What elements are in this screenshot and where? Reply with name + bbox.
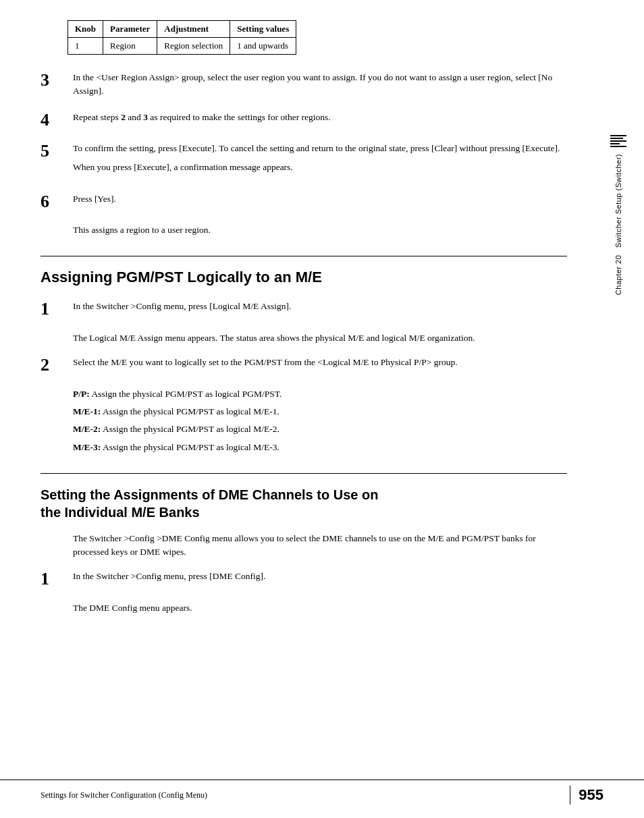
step-6: 6 Press [Yes]. (41, 192, 567, 212)
section2-step-1-sub-text: The DME Config menu appears. (73, 601, 567, 615)
section2-step-1: 1 In the Switcher >Config menu, press [D… (41, 570, 567, 589)
step-6-text-main: Press [Yes]. (73, 192, 567, 206)
bullet-me3-text: Assign the physical PGM/PST as logical M… (101, 442, 279, 452)
step-4-bold2: 3 (143, 112, 148, 122)
section2-heading: Setting the Assignments of DME Channels … (41, 486, 567, 521)
sidebar-subtitle: Switcher Setup (Switcher) (614, 154, 622, 248)
section1-heading: Assigning PGM/PST Logically to an M/E (41, 269, 567, 286)
table-area: Knob Parameter Adjustment Setting values… (41, 20, 567, 55)
table-header-knob: Knob (68, 21, 103, 38)
bullet-me2-text: Assign the physical PGM/PST as logical M… (101, 424, 279, 434)
step-4-text-mid: and (126, 112, 143, 122)
section1-separator (41, 256, 567, 256)
bullet-me3-bold: M/E-3: (73, 442, 101, 452)
bullet-me3: M/E-3: Assign the physical PGM/PST as lo… (73, 441, 567, 454)
bullet-pp: P/P: Assign the physical PGM/PST as logi… (73, 387, 567, 401)
step-4-bold1: 2 (121, 112, 126, 122)
sidebar-right: Chapter 20 Switcher Setup (Switcher) (608, 0, 629, 818)
section1-step-1-sub: The Logical M/E Assign menu appears. The… (73, 331, 567, 345)
table-header-parameter: Parameter (103, 21, 157, 38)
step-3-content: In the <User Region Assign> group, selec… (73, 71, 567, 99)
step-4-number: 4 (41, 111, 73, 130)
section2-step-1-sub: The DME Config menu appears. (73, 601, 567, 615)
section1-step-2-content: Select the M/E you want to logically set… (73, 356, 567, 375)
step-4-text-before: Repeat steps (73, 112, 121, 122)
section1-step-1-number: 1 (41, 300, 73, 319)
section1-step-2-number: 2 (41, 356, 73, 375)
step-5-text-sub: When you press [Execute], a confirmation… (73, 161, 567, 174)
table-cell-knob: 1 (68, 38, 103, 55)
bullet-me2-bold: M/E-2: (73, 424, 101, 434)
step-5-number: 5 (41, 142, 73, 161)
section2-intro: The Switcher >Config >DME Config menu al… (73, 532, 567, 560)
section1-step-1-sub-text: The Logical M/E Assign menu appears. The… (73, 331, 567, 345)
section1-step-1: 1 In the Switcher >Config menu, press [L… (41, 300, 567, 319)
table-header-setting-values: Setting values (230, 21, 296, 38)
footer-left-text: Settings for Switcher Configuration (Con… (41, 790, 562, 800)
section2-step-1-number: 1 (41, 570, 73, 589)
section2-separator (41, 473, 567, 474)
bullet-pp-text: Assign the physical PGM/PST as logical P… (90, 389, 282, 399)
section2-heading-line1: Setting the Assignments of DME Channels … (41, 487, 378, 502)
step-3: 3 In the <User Region Assign> group, sel… (41, 71, 567, 99)
bullet-me2: M/E-2: Assign the physical PGM/PST as lo… (73, 422, 567, 436)
section2-heading-line2: the Individual M/E Banks (41, 505, 200, 520)
step-4: 4 Repeat steps 2 and 3 as required to ma… (41, 111, 567, 130)
sidebar-lines (610, 135, 626, 148)
bullet-pp-bold: P/P: (73, 389, 90, 399)
step-3-text: In the <User Region Assign> group, selec… (73, 72, 552, 96)
step-3-number: 3 (41, 71, 73, 90)
footer-page-number: 955 (579, 786, 603, 804)
page-footer: Settings for Switcher Configuration (Con… (0, 780, 644, 805)
bullet-me1: M/E-1: Assign the physical PGM/PST as lo… (73, 405, 567, 418)
section2-step-1-content: In the Switcher >Config menu, press [DME… (73, 570, 567, 589)
step-4-text-after: as required to make the settings for oth… (148, 112, 331, 122)
table-cell-adjustment: Region selection (157, 38, 230, 55)
table-row: 1 Region Region selection 1 and upwards (68, 38, 296, 55)
step-5: 5 To confirm the setting, press [Execute… (41, 142, 567, 180)
section1-step-2-text: Select the M/E you want to logically set… (73, 356, 567, 369)
bullet-me1-bold: M/E-1: (73, 406, 101, 416)
table-cell-parameter: Region (103, 38, 157, 55)
section1-step-1-content: In the Switcher >Config menu, press [Log… (73, 300, 567, 319)
section1-step-1-text: In the Switcher >Config menu, press [Log… (73, 300, 567, 313)
step-6-sub-text: This assigns a region to a user region. (73, 223, 567, 237)
table-cell-setting-values: 1 and upwards (230, 38, 296, 55)
table-header-adjustment: Adjustment (157, 21, 230, 38)
step-5-text-main: To confirm the setting, press [Execute].… (73, 142, 567, 155)
sidebar-chapter: Chapter 20 (614, 255, 622, 295)
step-6-number: 6 (41, 192, 73, 212)
step-5-content: To confirm the setting, press [Execute].… (73, 142, 567, 180)
page-container: Knob Parameter Adjustment Setting values… (0, 0, 644, 818)
footer-divider (570, 786, 570, 805)
section1-step-2: 2 Select the M/E you want to logically s… (41, 356, 567, 375)
section2-step-1-text: In the Switcher >Config menu, press [DME… (73, 570, 567, 583)
section1-step-2-bullets: P/P: Assign the physical PGM/PST as logi… (73, 387, 567, 454)
sidebar-chapter-text: Chapter 20 Switcher Setup (Switcher) (614, 154, 622, 295)
step-4-content: Repeat steps 2 and 3 as required to make… (73, 111, 567, 124)
settings-table: Knob Parameter Adjustment Setting values… (68, 20, 296, 55)
step-6-sub: This assigns a region to a user region. (73, 223, 567, 237)
step-6-content: Press [Yes]. (73, 192, 567, 211)
main-content: Knob Parameter Adjustment Setting values… (0, 0, 608, 818)
section2-intro-text: The Switcher >Config >DME Config menu al… (73, 532, 567, 560)
bullet-me1-text: Assign the physical PGM/PST as logical M… (101, 406, 279, 416)
